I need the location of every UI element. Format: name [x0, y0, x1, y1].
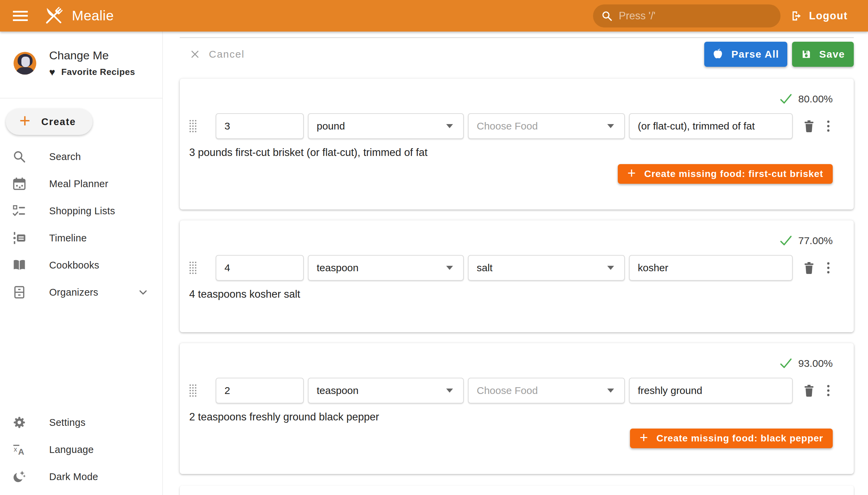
unit-select[interactable]: teaspoon	[308, 255, 464, 281]
create-button[interactable]: + Create	[6, 108, 92, 135]
sidebar-item-cookbooks[interactable]: Cookbooks	[0, 252, 163, 279]
translate-icon	[13, 443, 26, 456]
drag-handle-icon[interactable]	[189, 384, 197, 397]
sidebar-item-dark-mode[interactable]: Dark Mode	[0, 463, 163, 490]
caret-down-icon	[607, 124, 614, 128]
caret-down-icon	[607, 266, 614, 270]
menu-icon[interactable]	[13, 11, 28, 21]
confidence-value: 80.00%	[798, 93, 833, 105]
sidebar-item-label: Settings	[49, 417, 85, 428]
sidebar-item-shopping-lists[interactable]: Shopping Lists	[0, 197, 163, 224]
sidebar-item-language[interactable]: Language	[0, 436, 163, 463]
caret-down-icon	[446, 124, 453, 128]
sidebar-footer: Settings Language Dark Mode	[0, 409, 163, 490]
confidence-row: 77.00%	[189, 220, 833, 247]
create-missing-food-label: Create missing food: black pepper	[657, 433, 823, 444]
unit-value: pound	[317, 120, 446, 132]
original-ingredient-text: 3 pounds first-cut brisket (or flat-cut)…	[189, 147, 833, 159]
quantity-input[interactable]	[216, 255, 304, 281]
parse-all-button[interactable]: Parse All	[704, 42, 787, 67]
avatar[interactable]	[14, 52, 36, 74]
confidence-row: 93.00%	[189, 343, 833, 370]
chevron-down-icon[interactable]	[137, 287, 149, 298]
food-select[interactable]: Choose Food	[468, 113, 625, 139]
food-value: salt	[477, 262, 607, 274]
missing-food-row: + Create missing food: first-cut brisket	[189, 164, 833, 184]
sidebar: Change Me ♥ Favorite Recipes + Create Se…	[0, 32, 163, 495]
cancel-button[interactable]: Cancel	[190, 49, 244, 60]
caret-down-icon	[446, 389, 453, 393]
missing-food-row: + Create missing food: black pepper	[189, 429, 833, 448]
unit-value: teaspoon	[317, 262, 446, 274]
search-placeholder: Press '/'	[619, 10, 656, 22]
checklist-icon	[13, 204, 26, 218]
sidebar-item-label: Cookbooks	[49, 260, 99, 271]
drag-handle-icon[interactable]	[189, 261, 197, 275]
mealie-logo-icon	[42, 4, 65, 28]
unit-value: teaspoon	[317, 385, 446, 396]
create-missing-food-label: Create missing food: first-cut brisket	[644, 169, 823, 180]
delete-ingredient-button[interactable]	[802, 259, 816, 276]
ingredient-card: 77.00% teaspoon salt	[180, 220, 854, 332]
ingredient-fields-row: teaspoon Choose Food	[189, 378, 833, 404]
cabinet-icon	[13, 286, 26, 299]
ingredient-card: 80.00% pound Choose Food	[180, 79, 854, 209]
gear-icon	[13, 416, 26, 429]
user-profile[interactable]: Change Me ♥ Favorite Recipes	[0, 32, 163, 81]
drag-handle-icon[interactable]	[189, 119, 197, 133]
quantity-input[interactable]	[216, 378, 304, 404]
search-icon	[601, 10, 613, 22]
sidebar-item-timeline[interactable]: Timeline	[0, 224, 163, 252]
note-input[interactable]	[629, 255, 793, 281]
check-icon	[780, 358, 792, 369]
ingredient-menu-button[interactable]	[824, 382, 833, 399]
note-input[interactable]	[629, 113, 793, 139]
parser-toolbar: Cancel Parse All Save	[180, 38, 854, 70]
food-placeholder: Choose Food	[477, 120, 607, 132]
apple-icon	[712, 49, 724, 60]
unit-select[interactable]: pound	[308, 113, 464, 139]
plus-icon: +	[627, 165, 636, 182]
check-icon	[780, 93, 792, 104]
calendar-icon	[13, 177, 26, 190]
favorite-recipes-label: Favorite Recipes	[62, 67, 135, 77]
save-label: Save	[819, 49, 845, 60]
moon-icon	[13, 470, 26, 483]
search-input[interactable]: Press '/'	[593, 4, 781, 28]
ingredient-menu-button[interactable]	[824, 118, 833, 135]
sidebar-item-label: Timeline	[49, 233, 87, 244]
original-ingredient-text: 4 teaspoons kosher salt	[189, 288, 833, 301]
ingredient-menu-button[interactable]	[824, 259, 833, 276]
create-missing-food-button[interactable]: + Create missing food: black pepper	[630, 429, 833, 448]
logout-icon	[790, 10, 802, 22]
original-ingredient-text: 2 teaspoons freshly ground black pepper	[189, 411, 833, 423]
delete-ingredient-button[interactable]	[802, 118, 816, 135]
sidebar-item-label: Dark Mode	[49, 471, 98, 482]
ingredient-card-partial	[180, 485, 854, 495]
unit-select[interactable]: teaspoon	[308, 378, 464, 404]
save-button[interactable]: Save	[792, 42, 854, 67]
caret-down-icon	[607, 389, 614, 393]
create-label: Create	[41, 116, 76, 127]
note-input[interactable]	[629, 378, 793, 404]
quantity-input[interactable]	[216, 113, 304, 139]
sidebar-item-meal-planner[interactable]: Meal Planner	[0, 170, 163, 197]
favorite-recipes-link[interactable]: ♥ Favorite Recipes	[49, 67, 135, 77]
ingredient-card: 93.00% teaspoon Choose Food	[180, 343, 854, 474]
parse-all-label: Parse All	[731, 49, 779, 60]
trash-icon	[803, 261, 815, 275]
food-select[interactable]: salt	[468, 255, 625, 281]
sidebar-item-organizers[interactable]: Organizers	[0, 279, 163, 306]
food-select[interactable]: Choose Food	[468, 378, 625, 404]
delete-ingredient-button[interactable]	[802, 382, 816, 399]
sidebar-item-settings[interactable]: Settings	[0, 409, 163, 436]
heart-icon: ♥	[49, 67, 55, 77]
confidence-value: 77.00%	[798, 235, 833, 246]
logout-button[interactable]: Logout	[790, 10, 848, 22]
create-missing-food-button[interactable]: + Create missing food: first-cut brisket	[618, 164, 833, 184]
sidebar-item-label: Meal Planner	[49, 178, 108, 189]
sidebar-nav: Search Meal Planner Shopping Lists Timel…	[0, 143, 163, 306]
main-content: Cancel Parse All Save 80.00% poun	[163, 32, 868, 495]
timeline-icon	[13, 231, 26, 245]
sidebar-item-search[interactable]: Search	[0, 143, 163, 170]
